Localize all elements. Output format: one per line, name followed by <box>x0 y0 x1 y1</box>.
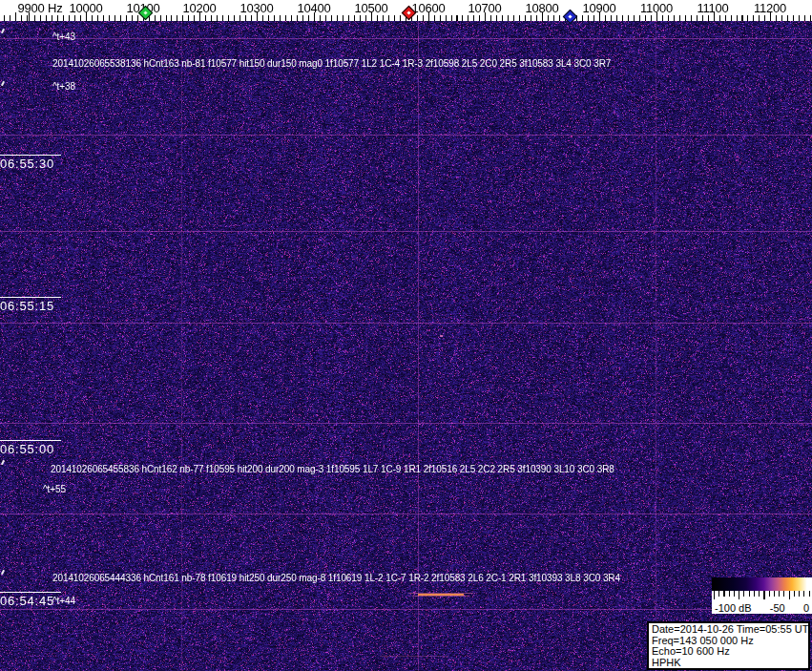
event-record-line: 20141026065444336 hCnt161 nb-78 f10619 h… <box>52 573 620 583</box>
freq-tick-label: 10500 <box>354 1 387 15</box>
red-diamond-marker-center <box>406 10 410 14</box>
freq-tick-label: 10800 <box>525 1 558 15</box>
colorbar-gradient <box>712 577 812 591</box>
colorbar-min-label: -100 dB <box>715 602 752 614</box>
freq-tick-label: 10900 <box>582 1 615 15</box>
time-label: 06:55:30 <box>0 155 61 171</box>
blue-diamond-marker-center <box>568 14 572 18</box>
colorbar-labels: -100 dB -50 0 <box>712 602 812 614</box>
info-date-line: Date=2014-10-26 Time=05:55 UTC <box>652 624 808 636</box>
freq-tick-label: 10200 <box>182 1 216 15</box>
event-offset-tag: ^t+44 <box>52 596 75 606</box>
info-box: Date=2014-10-26 Time=05:55 UTC Freq=143 … <box>647 621 810 670</box>
info-echo-line: Echo=10 600 Hz <box>652 646 808 658</box>
freq-tick-label: 9900 Hz <box>17 1 62 15</box>
time-label: 06:55:00 <box>0 440 61 456</box>
freq-tick-label: 10700 <box>468 1 501 15</box>
freq-tick-label: 11000 <box>640 1 673 15</box>
event-offset-tag: ^t+55 <box>43 484 66 494</box>
event-offset-tag: ^t+43 <box>52 31 75 42</box>
freq-tick-label: 11100 <box>697 1 728 15</box>
event-offset-tag: ^t+38 <box>52 81 75 92</box>
info-station-line: HPHK <box>652 658 808 669</box>
colorbar-mid-label: -50 <box>770 602 785 614</box>
frequency-axis: 9900 Hz100001010010200103001040010500106… <box>0 0 812 21</box>
colorbar-ruler <box>712 591 812 602</box>
freq-tick-label: 11200 <box>754 1 786 15</box>
event-record-line: 20141026065455836 hCnt162 nb-77 f10595 h… <box>51 464 614 474</box>
time-label: 06:55:15 <box>0 297 61 313</box>
freq-tick-label: 10300 <box>239 1 273 15</box>
colorbar-major-ticks <box>712 591 812 599</box>
green-diamond-marker-center <box>143 10 147 14</box>
colorbar-max-label: 0 <box>803 602 809 614</box>
freq-tick-label: 10000 <box>69 1 102 15</box>
freq-tick-label: 10600 <box>411 1 445 15</box>
event-record-line: 20141026065538136 hCnt163 nb-81 f10577 h… <box>52 58 611 69</box>
freq-tick-label: 10400 <box>297 1 330 15</box>
meteor-spectrogram-screen: 9900 Hz100001010010200103001040010500106… <box>0 0 812 671</box>
